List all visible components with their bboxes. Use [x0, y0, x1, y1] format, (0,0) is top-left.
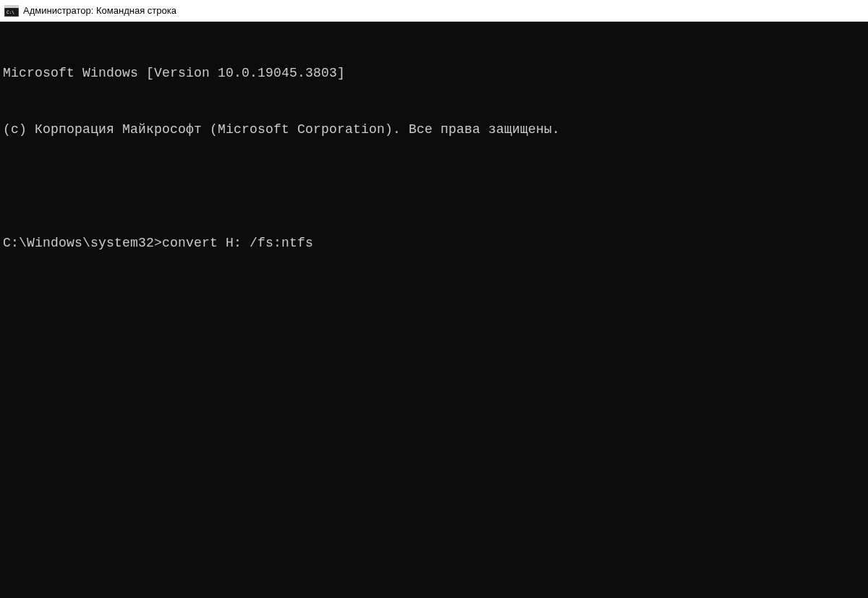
terminal-prompt: C:\Windows\system32> [3, 234, 162, 252]
window-title: Администратор: Командная строка [23, 5, 176, 16]
svg-text:C:\: C:\ [7, 9, 14, 14]
svg-rect-1 [4, 5, 19, 8]
cmd-window: C:\ Администратор: Командная строка Micr… [0, 0, 868, 598]
terminal-area[interactable]: Microsoft Windows [Version 10.0.19045.38… [0, 22, 868, 598]
titlebar[interactable]: C:\ Администратор: Командная строка [0, 0, 868, 22]
terminal-output-copyright: (c) Корпорация Майкрософт (Microsoft Cor… [3, 120, 865, 139]
cmd-icon: C:\ [4, 5, 19, 17]
terminal-blank-line [3, 177, 865, 196]
terminal-command[interactable]: convert H: /fs:ntfs [162, 234, 313, 252]
terminal-prompt-line: C:\Windows\system32>convert H: /fs:ntfs [3, 234, 865, 252]
terminal-output-version: Microsoft Windows [Version 10.0.19045.38… [3, 64, 865, 82]
